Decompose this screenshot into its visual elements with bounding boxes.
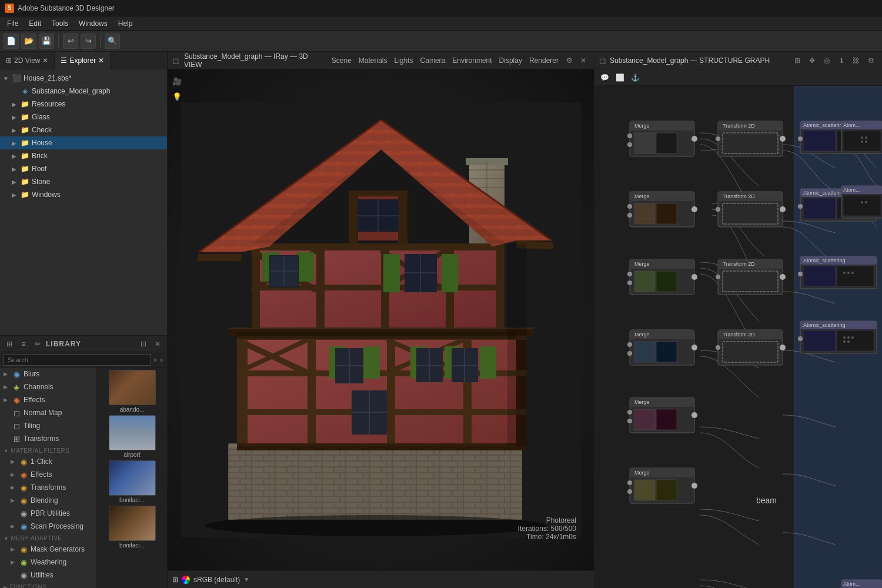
graph-node-far-output2[interactable]: Atom... xyxy=(841,186,882,218)
preview-abandoned[interactable]: abando... xyxy=(99,370,165,413)
explorer-item-check[interactable]: ▶ 📁 Check xyxy=(0,123,167,136)
normalmap-icon: ◻ xyxy=(12,409,21,417)
graph-node-transform1[interactable]: Transform 2D xyxy=(716,121,786,156)
lib-section-mesh-adaptive[interactable]: ▼ Mesh Adaptive xyxy=(0,533,96,543)
nav-environment[interactable]: Environment xyxy=(452,55,492,66)
graph-info-btn[interactable]: ℹ xyxy=(835,54,848,67)
explorer-item-stone[interactable]: ▶ 📁 Stone xyxy=(0,175,167,188)
lib-cat-blurs[interactable]: ▶ ◉ Blurs xyxy=(0,368,96,380)
preview-thumb-bonifaci1 xyxy=(109,460,156,496)
nav-materials[interactable]: Materials xyxy=(359,55,387,66)
tab-2d-view[interactable]: ⊞ 2D View ✕ xyxy=(0,52,55,69)
explorer-item-glass[interactable]: ▶ 📁 Glass xyxy=(0,111,167,123)
lib-cat-effects[interactable]: ▶ ◉ Effects xyxy=(0,393,96,406)
menu-file[interactable]: File xyxy=(2,18,23,29)
graph-node-output3[interactable]: Atomic_scattering xyxy=(798,256,877,289)
graph-node-transform4[interactable]: Transform 2D xyxy=(716,330,786,365)
lib-cat-mat-transforms[interactable]: ▶ ◉ Transforms xyxy=(0,481,96,494)
vp-settings-btn[interactable]: ⚙ xyxy=(563,55,575,66)
explorer-item-house[interactable]: ▶ 📁 House xyxy=(0,136,167,149)
save-btn[interactable]: 💾 xyxy=(39,34,54,49)
lib-cat-blending[interactable]: ▶ ◉ Blending xyxy=(0,494,96,507)
graph-node-transform3[interactable]: Transform 2D xyxy=(716,259,786,295)
menu-help[interactable]: Help xyxy=(113,18,138,29)
explorer-root-file[interactable]: ▼ ⬛ House_21.sbs* xyxy=(0,72,167,85)
menu-tools[interactable]: Tools xyxy=(47,18,73,29)
graph-node-merge1[interactable]: Merge xyxy=(627,121,697,156)
graph-comment-btn[interactable]: 💬 xyxy=(598,71,611,84)
open-btn[interactable]: 📂 xyxy=(21,34,36,49)
preview-bonifaci2[interactable]: bonifaci... xyxy=(99,506,165,549)
redo-btn[interactable]: ↪ xyxy=(81,34,96,49)
graph-node-far-output1[interactable]: Atom... xyxy=(841,121,882,153)
tab-2d-close[interactable]: ✕ xyxy=(42,56,48,65)
light-icon[interactable]: 💡 xyxy=(171,91,183,102)
menu-windows[interactable]: Windows xyxy=(74,18,112,29)
tab-explorer[interactable]: ☰ Explorer ✕ xyxy=(55,52,111,69)
graph-node-merge6[interactable]: Merge xyxy=(627,468,697,503)
toolbar-sep-1 xyxy=(58,35,59,48)
graph-canvas[interactable]: Merge Merge xyxy=(594,86,882,588)
graph-node-merge2[interactable]: Merge xyxy=(627,192,697,227)
nav-renderer[interactable]: Renderer xyxy=(529,55,559,66)
lib-maximize-btn[interactable]: ⊡ xyxy=(138,338,149,350)
explorer-item-windows[interactable]: ▶ 📁 Windows xyxy=(0,188,167,201)
lib-cat-pbr[interactable]: ◉ PBR Utilities xyxy=(0,507,96,520)
lib-cat-normalmap[interactable]: ◻ Normal Map xyxy=(0,406,96,419)
nav-camera[interactable]: Camera xyxy=(420,55,446,66)
graph-camera-btn[interactable]: ◎ xyxy=(820,54,833,67)
nav-scene[interactable]: Scene xyxy=(332,55,352,66)
svg-rect-198 xyxy=(803,266,836,286)
search-prev-btn[interactable]: « xyxy=(153,356,158,364)
lib-close-btn[interactable]: ✕ xyxy=(152,338,163,350)
undo-btn[interactable]: ↩ xyxy=(63,34,78,49)
graph-frame-btn[interactable]: ⬜ xyxy=(613,71,626,84)
explorer-item-graph[interactable]: ◈ Substance_Model_graph xyxy=(0,85,167,98)
camera-icon[interactable]: 🎥 xyxy=(171,75,183,87)
nav-display[interactable]: Display xyxy=(499,55,522,66)
preview-bonifaci1[interactable]: bonifaci... xyxy=(99,460,165,503)
lib-cat-utilities[interactable]: ◉ Utilities xyxy=(0,569,96,582)
library-search-input[interactable] xyxy=(4,354,151,366)
svg-point-211 xyxy=(851,336,854,339)
lib-section-material-filters[interactable]: ▼ Material Filters xyxy=(0,445,96,455)
lib-home-btn[interactable]: ⊞ xyxy=(4,338,15,350)
lib-edit-btn[interactable]: ✏ xyxy=(32,338,44,350)
3d-viewport[interactable]: 🎥 💡 xyxy=(168,69,594,570)
graph-link-btn[interactable]: ⛓ xyxy=(850,54,863,67)
nav-lights[interactable]: Lights xyxy=(395,55,413,66)
color-mode-dropdown-arrow[interactable]: ▼ xyxy=(243,576,249,583)
lib-cat-channels[interactable]: ▶ ◈ Channels xyxy=(0,380,96,393)
graph-node-transform2[interactable]: Transform 2D xyxy=(716,192,786,227)
svg-point-200 xyxy=(843,272,846,274)
lib-cat-transforms[interactable]: ⊞ Transforms xyxy=(0,432,96,445)
explorer-item-roof[interactable]: ▶ 📁 Roof xyxy=(0,162,167,175)
graph-settings-btn[interactable]: ⚙ xyxy=(864,54,877,67)
explorer-item-resources[interactable]: ▶ 📁 Resources xyxy=(0,98,167,111)
mattransforms-label: Transforms xyxy=(31,483,66,492)
preview-airport[interactable]: airport xyxy=(99,415,165,458)
graph-node-merge3[interactable]: Merge xyxy=(627,259,697,295)
search-next-btn[interactable]: » xyxy=(159,356,163,364)
graph-node-far-output3[interactable]: Atom... xyxy=(841,580,882,588)
lib-list-btn[interactable]: ≡ xyxy=(18,338,29,350)
lib-section-functions[interactable]: ▶ Functions xyxy=(0,582,96,588)
new-btn[interactable]: 📄 xyxy=(4,34,19,49)
lib-cat-weathering[interactable]: ▶ ◉ Weathering xyxy=(0,556,96,569)
graph-anchor-btn[interactable]: ⚓ xyxy=(629,71,642,84)
graph-node-merge4[interactable]: Merge xyxy=(627,330,697,365)
graph-node-output4[interactable]: Atomic_scattering xyxy=(798,321,877,353)
menu-edit[interactable]: Edit xyxy=(24,18,46,29)
lib-cat-mask-generators[interactable]: ▶ ◉ Mask Generators xyxy=(0,543,96,556)
vp-close-btn[interactable]: ✕ xyxy=(577,55,589,66)
graph-zoom-fit-btn[interactable]: ⊞ xyxy=(791,54,804,67)
lib-cat-tiling[interactable]: ◻ Tiling xyxy=(0,419,96,432)
explorer-item-brick[interactable]: ▶ 📁 Brick xyxy=(0,149,167,162)
lib-cat-mat-effects[interactable]: ▶ ◉ Effects xyxy=(0,468,96,481)
lib-cat-scan[interactable]: ▶ ◉ Scan Processing xyxy=(0,520,96,533)
zoom-btn[interactable]: 🔍 xyxy=(105,34,120,49)
graph-node-merge5[interactable]: Merge xyxy=(627,397,697,433)
tab-explorer-close[interactable]: ✕ xyxy=(98,56,104,65)
lib-cat-1click[interactable]: ▶ ◉ 1-Click xyxy=(0,455,96,468)
graph-pan-btn[interactable]: ✥ xyxy=(806,54,818,67)
